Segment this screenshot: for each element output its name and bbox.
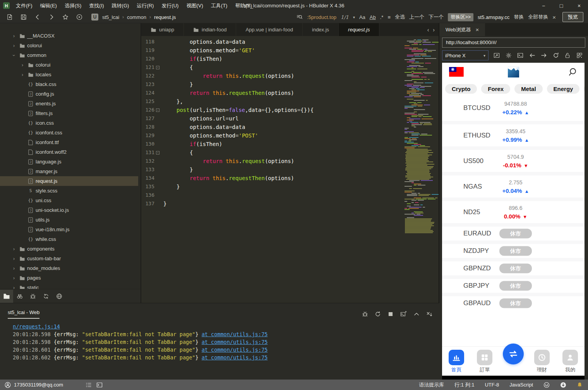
update-icon[interactable] xyxy=(560,382,566,388)
settings-icon[interactable] xyxy=(506,52,512,58)
tree-item-filters.js[interactable]: Jfilters.js xyxy=(0,108,138,118)
menu-item[interactable]: 跳转(G) xyxy=(108,0,133,11)
stack-link[interactable]: at common/utils.js:75 xyxy=(202,354,268,361)
whole-word-toggle[interactable]: Ab xyxy=(370,14,376,20)
stop-icon[interactable] xyxy=(387,311,394,317)
nav-item-理財[interactable]: 理財 xyxy=(528,347,556,376)
marketplace-pane-icon[interactable] xyxy=(53,290,66,303)
feedback-icon[interactable] xyxy=(543,382,550,388)
terminal-icon[interactable] xyxy=(96,382,103,388)
editor-tab-index.js[interactable]: index.js xyxy=(303,23,339,36)
encoding-status[interactable]: UTF-8 xyxy=(485,382,499,388)
chevron-right-icon[interactable]: › xyxy=(10,266,18,271)
quote-row-NGAS[interactable]: NGAS2.755+0.04%▲ xyxy=(442,172,585,198)
nav-item-trade[interactable] xyxy=(499,347,528,376)
tree-item-iconfont.css[interactable]: {}iconfont.css xyxy=(0,128,138,137)
quote-row-EURAUD[interactable]: EURAUD休市 xyxy=(442,223,585,241)
console-tab[interactable]: st5_lcai - Web xyxy=(8,309,39,319)
market-closed-button[interactable]: 休市 xyxy=(499,229,532,239)
sync-pane-icon[interactable] xyxy=(39,290,53,303)
fold-toggle-icon[interactable]: - xyxy=(154,63,161,72)
close-browser-icon[interactable]: × xyxy=(476,26,479,33)
tree-item-pages[interactable]: ›pages xyxy=(0,273,138,283)
minimize-button[interactable]: − xyxy=(535,0,552,11)
chevron-right-icon[interactable]: › xyxy=(19,72,26,77)
chevron-right-icon[interactable]: › xyxy=(10,246,18,252)
stack-link[interactable]: at common/utils.js:75 xyxy=(202,330,268,338)
quote-row-BTCUSD[interactable]: BTCUSD94788.88+0.22%▲ xyxy=(442,95,585,121)
menu-item[interactable]: 查找(I) xyxy=(85,0,108,11)
chevron-down-icon[interactable]: › xyxy=(11,52,17,59)
tree-item-colorui[interactable]: ›colorui xyxy=(0,41,138,50)
select-all-button[interactable]: 全选 xyxy=(395,14,405,21)
menu-item[interactable]: 选择(S) xyxy=(61,0,85,11)
unlock-icon[interactable] xyxy=(564,52,571,58)
breadcrumb-part[interactable]: common xyxy=(126,14,147,20)
tree-item-style.scss[interactable]: Sstyle.scss xyxy=(0,186,138,196)
nav-item-訂單[interactable]: 訂單 xyxy=(471,347,499,376)
search-history-caret-icon[interactable]: ▾ xyxy=(353,15,355,19)
replace-button[interactable]: 替换 xyxy=(514,14,524,21)
tree-item-request.js[interactable]: Jrequest.js xyxy=(0,176,138,186)
tree-item-black.css[interactable]: {}black.css xyxy=(0,79,138,89)
breadcrumb-part[interactable]: request.js xyxy=(153,14,177,20)
quote-row-US500[interactable]: US5005704.9-0.01%▼ xyxy=(442,146,585,172)
new-terminal-icon[interactable] xyxy=(400,311,407,317)
chevron-right-icon[interactable]: › xyxy=(19,62,26,68)
device-select[interactable]: iPhone X ▾ xyxy=(442,50,489,60)
save-icon[interactable] xyxy=(19,13,28,21)
nav-forward-icon[interactable] xyxy=(47,13,56,21)
cursor-position[interactable]: 行:1 列:1 xyxy=(454,381,474,388)
category-tab-Energy[interactable]: Energy xyxy=(547,84,580,94)
close-search-icon[interactable]: × xyxy=(552,14,556,21)
collapse-panel-icon[interactable] xyxy=(413,311,420,317)
language-mode[interactable]: JavaScript xyxy=(509,382,533,388)
chevron-right-icon[interactable]: › xyxy=(10,33,18,39)
qr-code-icon[interactable] xyxy=(576,52,583,58)
quote-row-NZDJPY[interactable]: NZDJPY休市 xyxy=(442,241,585,258)
tab-web-browser[interactable]: Web浏览器 × xyxy=(439,23,485,36)
tree-item-__MACOSX[interactable]: ›__MACOSX xyxy=(0,31,138,41)
menu-item[interactable]: 视图(V) xyxy=(182,0,207,11)
menu-item[interactable]: 编辑(E) xyxy=(36,0,61,11)
quote-search-icon[interactable] xyxy=(568,67,578,78)
menu-item[interactable]: 文件(F) xyxy=(12,0,36,11)
editor-tab-uniapp[interactable]: uniapp xyxy=(141,23,184,36)
category-tab-CFD[interactable]: CFD xyxy=(584,84,585,94)
account-email[interactable]: 1735031199@qq.com xyxy=(14,382,63,388)
tree-item-iconfont.woff2[interactable]: iconfont.woff2 xyxy=(0,147,138,157)
regex-toggle[interactable]: .* xyxy=(380,14,384,20)
source-link[interactable]: n/request.js:14 xyxy=(13,323,60,330)
tree-item-iconfont.ttf[interactable]: iconfont.ttf xyxy=(0,137,138,147)
nav-item-首頁[interactable]: 首頁 xyxy=(442,347,471,376)
quote-row-GBPNZD[interactable]: GBPNZD休市 xyxy=(442,258,585,275)
menu-item[interactable]: 运行(R) xyxy=(133,0,158,11)
quote-row-ND25[interactable]: ND25896.60.00%▼ xyxy=(442,198,585,223)
chevron-right-icon[interactable]: › xyxy=(10,275,18,281)
tree-item-components[interactable]: ›components xyxy=(0,244,138,254)
market-closed-button[interactable]: 休市 xyxy=(499,281,532,291)
menu-item[interactable]: 工具(T) xyxy=(207,0,231,11)
tree-item-language.js[interactable]: Jlanguage.js xyxy=(0,157,138,167)
fold-toggle-icon[interactable]: - xyxy=(154,106,161,114)
account-icon[interactable] xyxy=(5,382,11,388)
quote-row-ETHUSD[interactable]: ETHUSD3359.45+0.99%▲ xyxy=(442,121,585,146)
browser-forward-icon[interactable] xyxy=(541,52,547,58)
category-tab-Metal[interactable]: Metal xyxy=(514,84,542,94)
code-editor[interactable]: 118options.data=data119options.method='G… xyxy=(141,36,439,303)
market-closed-button[interactable]: 休市 xyxy=(499,246,532,256)
replace-zone-toggle[interactable]: 替换区>> xyxy=(448,13,473,21)
browser-back-icon[interactable] xyxy=(529,52,535,58)
market-closed-button[interactable]: 休市 xyxy=(499,264,532,273)
tree-item-custom-tab-bar[interactable]: ›custom-tab-bar xyxy=(0,254,138,263)
debug-icon[interactable] xyxy=(362,311,368,317)
market-closed-button[interactable]: 休市 xyxy=(499,299,532,308)
tree-item-node_modules[interactable]: ›node_modules xyxy=(0,263,138,273)
notification-bell-icon[interactable] xyxy=(577,382,583,388)
prev-match-button[interactable]: 上一个 xyxy=(409,14,424,21)
chevron-right-icon[interactable]: › xyxy=(10,256,18,261)
url-input[interactable]: http://localhost:8000/#/ xyxy=(442,38,585,48)
project-pane-icon[interactable] xyxy=(0,290,13,303)
tab-scroll-right-icon[interactable]: › xyxy=(433,27,435,33)
run-icon[interactable] xyxy=(75,13,84,21)
